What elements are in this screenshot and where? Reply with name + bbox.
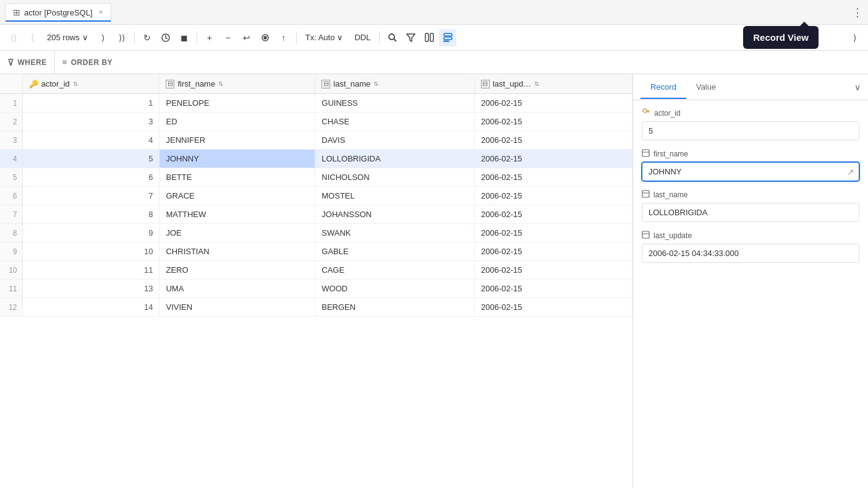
table-row[interactable]: 67GRACEMOSTEL2006-02-15 [0,187,632,205]
cell-actor-id[interactable]: 11 [22,261,160,280]
col-header-last_update[interactable]: ⊟ last_upd… ⇅ [474,74,632,94]
nav-next-button[interactable]: ⟩ [95,29,112,46]
cell-first-name[interactable]: PENELOPE [160,94,315,113]
cell-last-name[interactable]: LOLLOBRIGIDA [315,150,475,168]
search-button[interactable] [383,29,401,46]
cell-actor-id[interactable]: 3 [22,113,160,131]
filter-vis-button[interactable] [257,29,274,46]
cell-last-update[interactable]: 2006-02-15 [474,261,632,280]
nav-first-button[interactable]: ⟨⟨ [5,29,22,46]
remove-row-button[interactable]: − [219,29,237,46]
cell-last-update[interactable]: 2006-02-15 [474,224,632,242]
toolbar-more-button[interactable]: ⟩ [846,29,863,46]
cell-first-name[interactable]: ED [160,113,315,131]
cell-last-update[interactable]: 2006-02-15 [474,187,632,205]
cell-actor-id[interactable]: 7 [22,187,160,205]
history-button[interactable] [157,29,174,46]
cell-last-name[interactable]: JOHANSSON [315,205,475,224]
tx-button[interactable]: Tx: Auto ∨ [300,31,349,44]
cell-last-update[interactable]: 2006-02-15 [474,298,632,317]
cell-last-update[interactable]: 2006-02-15 [474,280,632,298]
cell-last-update[interactable]: 2006-02-15 [474,205,632,224]
cell-first-name[interactable]: CHRISTIAN [160,242,315,261]
cell-last-name[interactable]: GABLE [315,242,475,261]
field-input-actor_id[interactable] [642,121,859,140]
cell-last-update[interactable]: 2006-02-15 [474,113,632,131]
cell-last-name[interactable]: CAGE [315,261,475,280]
table-row[interactable]: 34JENNIFERDAVIS2006-02-15 [0,131,632,150]
filter-bar: ⊽ WHERE ≡ ORDER BY [0,51,868,74]
table-row[interactable]: 11PENELOPEGUINESS2006-02-15 [0,94,632,113]
cell-actor-id[interactable]: 5 [22,150,160,168]
cell-actor-id[interactable]: 1 [22,94,160,113]
cell-last-name[interactable]: WOOD [315,280,475,298]
field-input-first_name[interactable] [642,162,859,181]
ddl-button[interactable]: DDL [349,31,375,44]
table-row[interactable]: 89JOESWANK2006-02-15 [0,224,632,242]
cell-actor-id[interactable]: 4 [22,131,160,150]
cell-last-name[interactable]: MOSTEL [315,187,475,205]
tab-close-button[interactable]: × [99,8,103,17]
table-row[interactable]: 56BETTENICHOLSON2006-02-15 [0,168,632,187]
col-header-actor_id[interactable]: 🔑 actor_id ⇅ [22,74,160,94]
record-view-button[interactable] [439,29,456,46]
cell-last-name[interactable]: BERGEN [315,298,475,317]
undo-button[interactable]: ↩ [238,29,255,46]
field-label-text-first_name: first_name [653,150,688,158]
cell-first-name[interactable]: JOE [160,224,315,242]
cell-last-update[interactable]: 2006-02-15 [474,150,632,168]
table-row[interactable]: 45JOHNNYLOLLOBRIGIDA2006-02-15 [0,150,632,168]
cell-last-name[interactable]: GUINESS [315,94,475,113]
cell-last-update[interactable]: 2006-02-15 [474,242,632,261]
cell-first-name[interactable]: MATTHEW [160,205,315,224]
table-row[interactable]: 78MATTHEWJOHANSSON2006-02-15 [0,205,632,224]
nav-last-button[interactable]: ⟩⟩ [113,29,130,46]
col-header-last_name[interactable]: ⊟ last_name ⇅ [315,74,475,94]
cell-first-name[interactable]: JENNIFER [160,131,315,150]
table-row[interactable]: 1011ZEROCAGE2006-02-15 [0,261,632,280]
tab-actor[interactable]: ⊞ actor [PostgreSQL] × [5,3,111,21]
tab-title: actor [PostgreSQL] [24,8,93,17]
col-header-first_name[interactable]: ⊟ first_name ⇅ [160,74,315,94]
table-row[interactable]: 910CHRISTIANGABLE2006-02-15 [0,242,632,261]
nav-prev-button[interactable]: ⟨ [23,29,41,46]
cell-first-name[interactable]: JOHNNY [160,150,315,168]
cell-first-name[interactable]: BETTE [160,168,315,187]
expand-icon-first_name[interactable]: ↗ [847,167,854,177]
cell-first-name[interactable]: VIVIEN [160,298,315,317]
rows-selector[interactable]: 205 rows ∨ [42,31,93,44]
field-input-last_name[interactable] [642,203,859,222]
separator-4 [379,32,380,44]
cell-actor-id[interactable]: 13 [22,280,160,298]
cell-actor-id[interactable]: 10 [22,242,160,261]
field-input-last_update[interactable] [642,244,859,263]
cell-first-name[interactable]: GRACE [160,187,315,205]
cell-last-name[interactable]: NICHOLSON [315,168,475,187]
sort-button[interactable]: ↑ [275,29,292,46]
cell-first-name[interactable]: UMA [160,280,315,298]
cell-last-name[interactable]: SWANK [315,224,475,242]
cell-actor-id[interactable]: 8 [22,205,160,224]
filter-button[interactable] [402,29,419,46]
cell-last-update[interactable]: 2006-02-15 [474,168,632,187]
column-config-button[interactable] [420,29,438,46]
add-row-button[interactable]: + [201,29,218,46]
cell-actor-id[interactable]: 6 [22,168,160,187]
table-row[interactable]: 1214VIVIENBERGEN2006-02-15 [0,298,632,317]
tab-record[interactable]: Record [640,76,686,99]
cell-last-update[interactable]: 2006-02-15 [474,131,632,150]
cell-actor-id[interactable]: 14 [22,298,160,317]
reload-button[interactable]: ↻ [138,29,156,46]
more-tabs-button[interactable]: ⋮ [852,6,863,19]
table-row[interactable]: 23EDCHASE2006-02-15 [0,113,632,131]
stop-button[interactable]: ◼ [176,29,193,46]
cell-actor-id[interactable]: 9 [22,224,160,242]
cell-first-name[interactable]: ZERO [160,261,315,280]
panel-chevron[interactable]: ∨ [854,82,861,92]
table-row[interactable]: 1113UMAWOOD2006-02-15 [0,280,632,298]
cell-last-name[interactable]: CHASE [315,113,475,131]
tab-value[interactable]: Value [686,76,726,99]
cell-last-name[interactable]: DAVIS [315,131,475,150]
separator-2 [197,32,197,44]
cell-last-update[interactable]: 2006-02-15 [474,94,632,113]
